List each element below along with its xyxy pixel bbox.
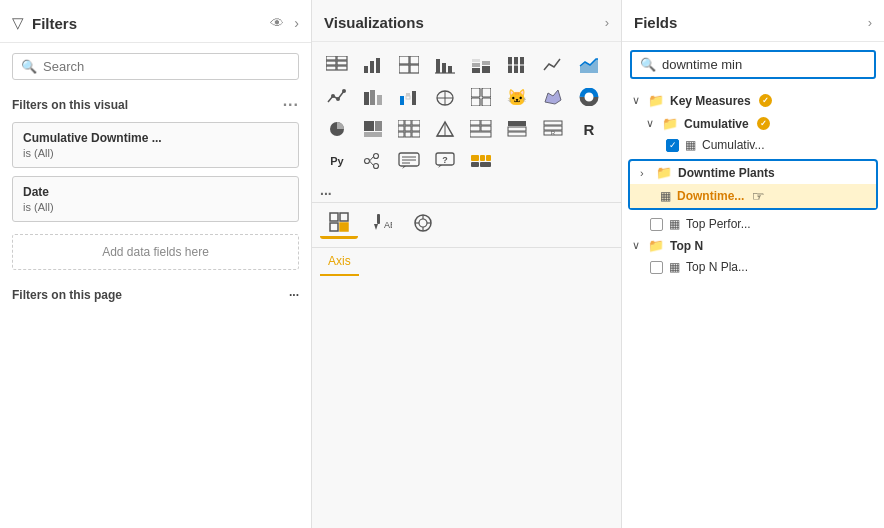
eye-icon[interactable]: 👁 (270, 15, 284, 31)
svg-rect-87 (480, 155, 485, 161)
viz-icon-filled-map[interactable] (536, 82, 570, 112)
chevron-down-icon2: ∨ (646, 117, 658, 130)
viz-tab-axis[interactable]: Axis (320, 248, 359, 276)
filters-visual-menu[interactable]: ··· (283, 96, 299, 114)
viz-icon-ribbon[interactable] (356, 82, 390, 112)
filters-title: Filters (32, 15, 262, 32)
svg-rect-11 (399, 65, 409, 73)
viz-format-tool[interactable]: ABC (362, 207, 400, 239)
viz-analytics-tool[interactable] (404, 207, 442, 239)
svg-line-79 (370, 161, 374, 166)
viz-icon-matrix[interactable] (392, 114, 426, 144)
checkbox-top-n-pla[interactable] (650, 261, 663, 274)
viz-icon-python[interactable]: Py (320, 146, 354, 176)
viz-icon-100pct-bar[interactable] (500, 50, 534, 80)
svg-rect-30 (364, 92, 369, 105)
filter-card-date-title: Date (23, 185, 288, 199)
viz-icon-line-chart[interactable] (392, 50, 426, 80)
viz-more-dots[interactable]: ... (312, 180, 621, 202)
measure-icon-cumulativ: ▦ (685, 138, 696, 152)
measure-icon-downtime: ▦ (660, 189, 671, 203)
svg-rect-92 (340, 213, 348, 221)
viz-icon-stacked-bar[interactable] (464, 50, 498, 80)
chevron-down-icon: ∨ (632, 94, 644, 107)
svg-rect-66 (481, 126, 491, 131)
tree-group-top-n[interactable]: ∨ 📁 Top N (622, 234, 884, 257)
viz-fields-tool[interactable] (320, 207, 358, 239)
filter-card-date[interactable]: Date is (All) (12, 176, 299, 222)
svg-rect-19 (472, 59, 480, 62)
viz-icon-column-chart[interactable] (428, 50, 462, 80)
fields-search-container[interactable]: 🔍 (630, 50, 876, 79)
viz-icon-custom[interactable] (464, 146, 498, 176)
tree-group-downtime-plants[interactable]: › 📁 Downtime Plants (630, 161, 876, 184)
chevron-right-icon2: › (640, 167, 652, 179)
tree-item-top-n-pla[interactable]: ▦ Top N Pla... (622, 257, 884, 277)
viz-toolbar: ABC (312, 202, 621, 243)
svg-rect-88 (486, 155, 491, 161)
fields-search-input[interactable] (662, 57, 866, 72)
svg-rect-58 (405, 132, 411, 137)
chevron-down-icon3: ∨ (632, 239, 644, 252)
svg-rect-1 (337, 56, 347, 60)
viz-icon-scatter[interactable] (464, 82, 498, 112)
svg-rect-57 (398, 132, 404, 137)
viz-icon-table2[interactable] (500, 114, 534, 144)
viz-icon-qa[interactable]: ? (428, 146, 462, 176)
viz-icon-line-area[interactable] (536, 50, 570, 80)
fields-expand-icon[interactable]: › (868, 15, 872, 30)
filters-page-menu[interactable]: ··· (289, 288, 299, 302)
svg-rect-52 (405, 120, 411, 125)
viz-icon-line2[interactable] (320, 82, 354, 112)
tree-item-downtime[interactable]: ▦ Downtime... ☞ (630, 184, 876, 208)
checkbox-cumulativ[interactable]: ✓ (666, 139, 679, 152)
svg-rect-65 (470, 126, 480, 131)
add-data-fields[interactable]: Add data fields here (12, 234, 299, 270)
checkbox-top-perfor[interactable] (650, 218, 663, 231)
svg-rect-94 (340, 223, 348, 231)
svg-rect-50 (364, 132, 382, 137)
svg-rect-49 (375, 121, 382, 131)
filters-search-input[interactable] (43, 59, 290, 74)
filter-card-downtime[interactable]: Cumulative Downtime ... is (All) (12, 122, 299, 168)
folder-icon-cumulative: 📁 (662, 116, 678, 131)
viz-icon-pie[interactable] (320, 114, 354, 144)
measure-icon-top-perfor: ▦ (669, 217, 680, 231)
viz-icon-gauge[interactable] (464, 114, 498, 144)
viz-icon-waterfall[interactable] (392, 82, 426, 112)
tree-item-top-perfor[interactable]: ▦ Top Perfor... (622, 214, 884, 234)
svg-rect-70 (508, 132, 526, 136)
viz-icon-triangle[interactable] (428, 114, 462, 144)
filter-card-downtime-sub: is (All) (23, 147, 288, 159)
viz-icon-table[interactable] (320, 50, 354, 80)
fields-title: Fields (634, 14, 677, 31)
viz-icon-decomp-tree[interactable] (356, 146, 390, 176)
svg-rect-18 (472, 63, 480, 67)
chevron-right-icon[interactable]: › (294, 15, 299, 31)
viz-icon-smart-narrative[interactable] (392, 146, 426, 176)
tree-item-cumulativ[interactable]: ✓ ▦ Cumulativ... (622, 135, 884, 155)
tree-group-downtime-plants-box: › 📁 Downtime Plants ▦ Downtime... ☞ (628, 159, 878, 210)
svg-marker-26 (580, 59, 598, 73)
filters-search-box[interactable]: 🔍 (12, 53, 299, 80)
svg-rect-89 (471, 162, 479, 167)
filter-icon: ▽ (12, 14, 24, 32)
viz-icon-R[interactable]: R (572, 114, 606, 144)
svg-rect-7 (370, 61, 374, 73)
svg-text:ABC: ABC (384, 220, 392, 230)
viz-icon-bar-chart[interactable] (356, 50, 390, 80)
viz-icon-donut[interactable] (572, 82, 606, 112)
viz-icon-kpi-table[interactable]: R (536, 114, 570, 144)
viz-expand-icon[interactable]: › (605, 15, 609, 30)
svg-rect-43 (482, 98, 491, 106)
tree-group-cumulative[interactable]: ∨ 📁 Cumulative ✓ (622, 112, 884, 135)
viz-icon-treemap[interactable] (356, 114, 390, 144)
svg-point-77 (374, 164, 379, 169)
viz-icon-area-chart[interactable] (572, 50, 606, 80)
viz-icon-cat[interactable]: 🐱 (500, 82, 534, 112)
svg-rect-35 (406, 96, 410, 99)
tree-group-key-measures[interactable]: ∨ 📁 Key Measures ✓ (622, 89, 884, 112)
svg-point-76 (374, 154, 379, 159)
viz-icon-map[interactable] (428, 82, 462, 112)
filters-on-visual-label: Filters on this visual ··· (0, 90, 311, 118)
